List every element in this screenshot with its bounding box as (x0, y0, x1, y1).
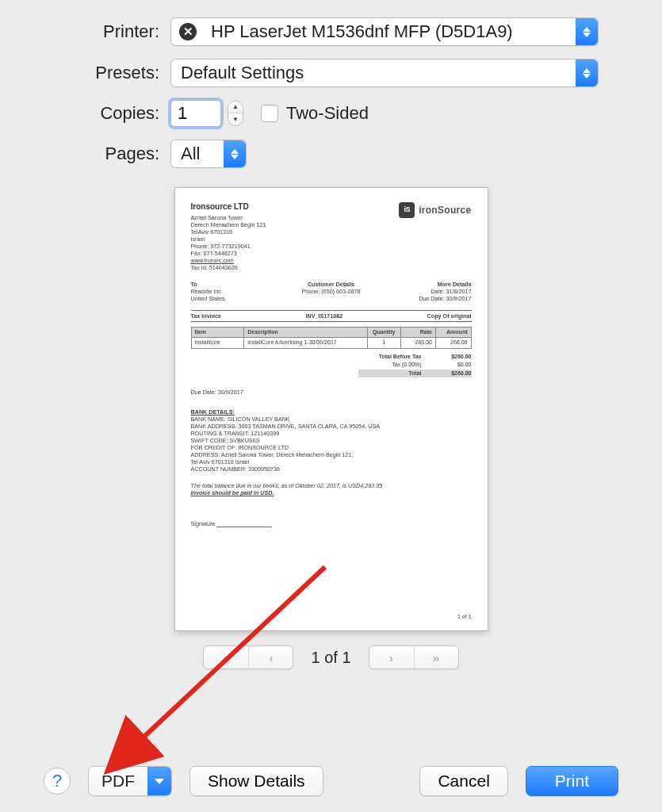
bank-line: BANK ADDRESS: 3003 TASMAN DRIVE, SANTA C… (191, 423, 472, 430)
printer-label: Printer: (32, 21, 170, 42)
total-v: $260.00 (436, 370, 472, 377)
page-number: 1 of 1 (457, 614, 472, 621)
more-due: Due Date: 30/9/2017 (419, 295, 471, 302)
pdf-label: PDF (89, 772, 147, 791)
invoice-copy: Copy Of original (427, 312, 472, 320)
addr-site: www.ironsrc.com (191, 257, 266, 264)
cell-qty: 1 (367, 338, 400, 349)
bank-line: FOR CREDIT OF: IRONSOURCE LTD (191, 444, 472, 451)
cust-heading: Customer Details (308, 281, 354, 288)
pages-label: Pages: (32, 144, 170, 164)
balance-usd: Invoice should be paid in USD. (191, 489, 274, 496)
signature-line (216, 527, 272, 527)
addr-line: Azrieli Sarona Tower (191, 214, 266, 221)
tax-v: $0.00 (436, 362, 472, 369)
more-heading: More Details (438, 281, 472, 288)
print-preview-page: Ironsource LTD Azrieli Sarona Tower Dere… (174, 187, 488, 631)
printer-selected-value: HP LaserJet M1536dnf MFP (D5D1A9) (201, 21, 576, 42)
th-amt: Amount (435, 327, 471, 338)
bank-line: ROUTING & TRANSIT: 121140399 (191, 430, 472, 437)
bank-heading: BANK DETAILS: (191, 408, 472, 416)
invoice-table: Item Description Quantity Rate Amount In… (191, 327, 472, 350)
copies-step-down[interactable]: ▼ (228, 113, 243, 125)
printer-status-icon: ✕ (179, 23, 197, 40)
page-count: 1 of 1 (311, 649, 350, 667)
total-k: Total (358, 370, 422, 377)
show-details-button[interactable]: Show Details (189, 766, 323, 796)
nav-last-button[interactable]: » (414, 646, 458, 668)
more-date: Date: 31/8/2017 (430, 288, 471, 295)
to-country: United States (191, 295, 225, 302)
bank-line: Tel Aviv 6701318 Israel (191, 458, 472, 465)
table-row: Installcore installCore Advertising 1-30… (191, 338, 471, 349)
printer-select[interactable]: ✕ HP LaserJet M1536dnf MFP (D5D1A9) (170, 17, 599, 46)
presets-select[interactable]: Default Settings (170, 59, 599, 87)
cell-desc: installCore Advertising 1-30/06/2017 (244, 338, 368, 349)
total-before-v: $260.00 (436, 354, 472, 361)
th-rate: Rate (400, 327, 435, 338)
due-date-line: Due Date: 30/9/2017 (191, 389, 472, 396)
total-before-k: Total Before Tax (358, 354, 422, 361)
pages-selected-value: All (171, 144, 224, 164)
copies-stepper[interactable]: ▲ ▼ (228, 101, 243, 126)
addr-line: Israel (191, 236, 266, 243)
brand-badge-icon: iS (399, 202, 415, 218)
updown-arrows-icon (576, 18, 598, 45)
cancel-button[interactable]: Cancel (419, 766, 507, 796)
addr-phone: Phone: 972-773219041 (191, 243, 266, 250)
bank-line: BANK NAME: SILICON VALLEY BANK (191, 416, 472, 423)
invoice-type: Tax Invoice (191, 312, 222, 320)
bank-line: SWIFT CODE: SVBKUS6S (191, 437, 472, 444)
th-qty: Quantity (367, 327, 400, 338)
addr-taxid: Tax Id: 514643626 (191, 264, 266, 271)
two-sided-label: Two-Sided (286, 103, 369, 124)
invoice-number: INV_IS171082 (305, 312, 342, 320)
presets-label: Presets: (32, 63, 170, 83)
addr-line: TelAviv 6701318 (191, 228, 266, 236)
signature-label: Signature (191, 520, 216, 527)
th-item: Item (191, 327, 244, 338)
chevron-down-icon (147, 767, 171, 795)
two-sided-checkbox[interactable] (261, 105, 278, 122)
presets-selected-value: Default Settings (171, 63, 576, 83)
balance-line: The total balance due in our books, as o… (191, 482, 383, 489)
brand-text: ironSource (419, 205, 471, 216)
pdf-menu-button[interactable]: PDF (88, 766, 172, 796)
to-name: Readdle Inc. (191, 288, 223, 295)
brand-logo: iS ironSource (399, 202, 471, 218)
cust-phone: Phone: (650) 603-0878 (302, 288, 361, 295)
help-button[interactable]: ? (44, 768, 71, 795)
th-desc: Description (244, 327, 368, 338)
nav-prev-button[interactable]: ‹ (248, 646, 293, 668)
nav-first-button[interactable]: « (204, 646, 248, 668)
copies-step-up[interactable]: ▲ (228, 102, 243, 113)
updown-arrows-icon (224, 140, 246, 167)
company-name: Ironsource LTD (191, 202, 266, 213)
pages-select[interactable]: All (170, 140, 247, 168)
cell-item: Installcore (191, 338, 244, 349)
cell-amt: 260.00 (435, 338, 471, 349)
addr-fax: Fax: 077-5448273 (191, 250, 266, 257)
copies-label: Copies: (32, 103, 170, 124)
updown-arrows-icon (576, 59, 598, 86)
to-heading: To (191, 281, 197, 288)
print-button[interactable]: Print (526, 766, 618, 796)
bank-line: ACCOUNT NUMBER: 3300958736 (191, 465, 472, 473)
nav-next-button[interactable]: › (369, 646, 414, 668)
addr-line: Derech Menachem Begin 121 (191, 221, 266, 228)
cell-rate: 260.00 (400, 338, 435, 349)
tax-k: Tax (0.00%) (358, 362, 422, 369)
bank-line: ADDRESS: Azrieli Sarona Tower, Derech Me… (191, 451, 472, 458)
copies-input[interactable] (170, 100, 221, 127)
